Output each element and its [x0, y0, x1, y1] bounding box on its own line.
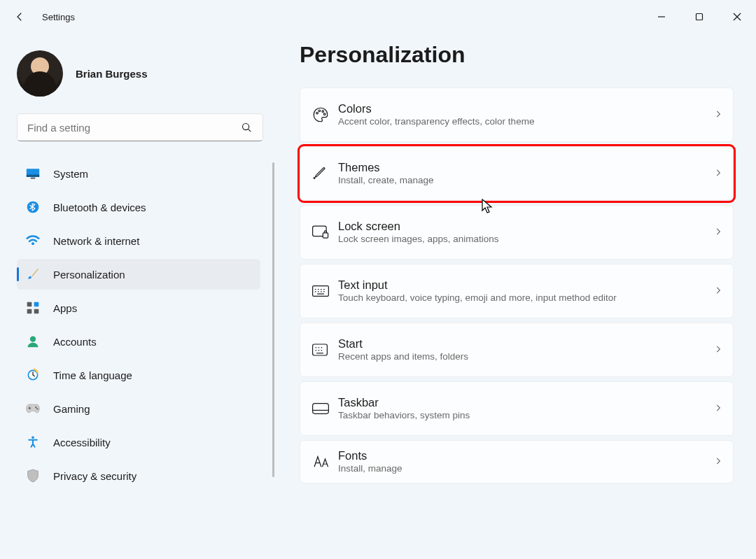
- search-input[interactable]: [27, 122, 234, 134]
- svg-point-18: [35, 406, 36, 408]
- minimize-button[interactable]: [643, 3, 680, 31]
- account-icon: [25, 334, 41, 349]
- svg-point-23: [316, 112, 318, 114]
- svg-rect-8: [31, 178, 36, 179]
- search-box[interactable]: [17, 113, 263, 141]
- chevron-right-icon: [713, 456, 723, 468]
- card-subtitle: Recent apps and items, folders: [338, 351, 713, 363]
- time-icon: [25, 367, 41, 383]
- sidebar-item-label: Accounts: [53, 336, 97, 348]
- fonts-icon: [312, 454, 338, 469]
- wifi-icon: [25, 233, 41, 248]
- sidebar-item-system[interactable]: System: [17, 158, 260, 189]
- sidebar-item-accounts[interactable]: Accounts: [17, 326, 260, 357]
- svg-rect-47: [313, 404, 329, 414]
- sidebar-item-privacy[interactable]: Privacy & security: [17, 460, 260, 491]
- svg-point-25: [322, 111, 324, 113]
- chevron-right-icon: [713, 285, 723, 297]
- maximize-icon: [695, 13, 704, 21]
- card-subtitle: Install, manage: [338, 462, 713, 475]
- card-text-input[interactable]: Text input Touch keyboard, voice typing,…: [300, 264, 734, 318]
- palette-icon: [312, 106, 338, 124]
- sidebar-item-label: Network & internet: [53, 235, 139, 247]
- svg-point-26: [323, 113, 326, 115]
- main: Personalization Colors Accent color, tra…: [279, 34, 756, 559]
- sidebar-item-label: Personalization: [53, 269, 125, 281]
- card-subtitle: Install, create, manage: [338, 174, 713, 187]
- card-title: Text input: [338, 278, 713, 292]
- chevron-right-icon: [713, 109, 723, 121]
- card-taskbar[interactable]: Taskbar Taskbar behaviors, system pins: [300, 381, 734, 436]
- window-controls: [643, 3, 756, 31]
- sidebar-item-network[interactable]: Network & internet: [17, 225, 260, 256]
- card-start[interactable]: Start Recent apps and items, folders: [300, 323, 734, 377]
- svg-rect-1: [696, 14, 703, 20]
- shield-icon: [25, 468, 41, 483]
- sidebar-item-bluetooth[interactable]: Bluetooth & devices: [17, 192, 260, 222]
- sidebar-item-apps[interactable]: Apps: [17, 292, 260, 323]
- svg-rect-13: [27, 309, 32, 314]
- card-title: Taskbar: [338, 395, 713, 410]
- settings-window: Settings Brian Burgess: [0, 0, 756, 559]
- sidebar: Brian Burgess System: [0, 34, 279, 559]
- card-title: Fonts: [338, 448, 713, 463]
- back-icon: [13, 10, 26, 23]
- user-name: Brian Burgess: [76, 68, 148, 80]
- search-icon: [234, 115, 258, 139]
- sidebar-item-label: Accessibility: [53, 437, 111, 448]
- svg-point-10: [31, 242, 34, 245]
- taskbar-icon: [312, 402, 338, 415]
- sidebar-item-accessibility[interactable]: Accessibility: [17, 427, 260, 458]
- start-icon: [312, 343, 338, 357]
- avatar: [17, 50, 63, 97]
- sidebar-item-label: Bluetooth & devices: [53, 201, 146, 213]
- card-themes[interactable]: Themes Install, create, manage: [300, 146, 734, 201]
- titlebar: Settings: [0, 0, 756, 34]
- apps-icon: [25, 300, 41, 316]
- back-button[interactable]: [6, 3, 34, 31]
- card-subtitle: Touch keyboard, voice typing, emoji and …: [338, 292, 713, 304]
- app-title: Settings: [42, 12, 75, 22]
- card-fonts[interactable]: Fonts Install, manage: [300, 440, 734, 483]
- svg-rect-28: [323, 233, 328, 238]
- svg-point-24: [318, 110, 321, 112]
- card-title: Colors: [338, 101, 713, 116]
- brush-icon: [25, 267, 41, 282]
- card-colors[interactable]: Colors Accent color, transparency effect…: [300, 87, 734, 142]
- sidebar-item-label: System: [53, 168, 88, 180]
- sidebar-item-label: Gaming: [53, 403, 90, 415]
- user-block[interactable]: Brian Burgess: [17, 46, 279, 101]
- body: Brian Burgess System: [0, 34, 756, 559]
- maximize-button[interactable]: [680, 3, 718, 31]
- svg-rect-11: [27, 302, 32, 307]
- svg-point-19: [36, 408, 38, 409]
- svg-rect-29: [313, 286, 329, 297]
- card-subtitle: Lock screen images, apps, animations: [338, 233, 713, 246]
- chevron-right-icon: [713, 227, 723, 239]
- bluetooth-icon: [25, 199, 41, 215]
- chevron-right-icon: [713, 168, 723, 180]
- card-subtitle: Accent color, transparency effects, colo…: [338, 115, 713, 128]
- chevron-right-icon: [713, 403, 723, 415]
- svg-point-15: [30, 337, 36, 342]
- sidebar-item-time-language[interactable]: Time & language: [17, 360, 260, 390]
- sidebar-item-gaming[interactable]: Gaming: [17, 393, 260, 424]
- system-icon: [25, 166, 41, 181]
- card-lock-screen[interactable]: Lock screen Lock screen images, apps, an…: [300, 205, 734, 260]
- settings-cards: Colors Accent color, transparency effect…: [300, 87, 734, 483]
- close-button[interactable]: [718, 3, 756, 31]
- close-icon: [733, 13, 741, 21]
- chevron-right-icon: [713, 344, 723, 356]
- card-title: Themes: [338, 160, 713, 175]
- svg-point-22: [31, 437, 34, 439]
- sidebar-item-personalization[interactable]: Personalization: [17, 259, 260, 290]
- sidebar-item-label: Privacy & security: [53, 470, 136, 482]
- svg-line-5: [248, 129, 251, 132]
- page-title: Personalization: [300, 42, 734, 68]
- pen-icon: [312, 165, 338, 182]
- card-title: Lock screen: [338, 219, 713, 234]
- svg-rect-39: [313, 344, 328, 355]
- nav: System Bluetooth & devices Network & int…: [17, 158, 279, 491]
- sidebar-scrollbar[interactable]: [272, 162, 274, 477]
- sidebar-item-label: Apps: [53, 302, 77, 314]
